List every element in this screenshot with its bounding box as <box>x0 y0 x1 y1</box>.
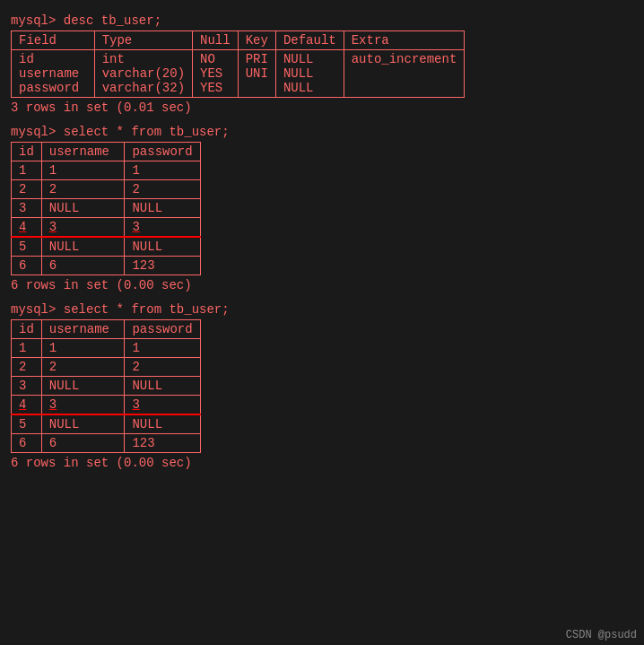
cell-username: NULL <box>41 199 125 218</box>
result1-header-id: id <box>12 143 42 161</box>
cell-password: 2 <box>125 180 200 199</box>
cell-id: 4 <box>12 395 42 414</box>
terminal: mysql> desc tb_user; Field Type Null Key… <box>7 7 637 480</box>
desc-header-key: Key <box>238 31 275 50</box>
cell-password: 3 <box>125 395 200 414</box>
table-row: 1 1 1 <box>12 338 201 357</box>
cell-username: 6 <box>41 433 125 452</box>
desc-table: Field Type Null Key Default Extra iduser… <box>11 31 465 98</box>
cell-username: 2 <box>41 180 125 199</box>
cell-username: 1 <box>41 338 125 357</box>
table-row: 3 NULL NULL <box>12 199 201 218</box>
result2-header-id: id <box>12 319 42 338</box>
select-prompt-2: mysql> select * from tb_user; <box>11 300 633 319</box>
table-row: 1 1 1 <box>12 161 201 180</box>
cell-id: 2 <box>12 357 42 376</box>
table-row: 6 6 123 <box>12 433 201 452</box>
cell-password: 3 <box>125 218 200 238</box>
table-row: 2 2 2 <box>12 180 201 199</box>
table-row: 2 2 2 <box>12 357 201 376</box>
watermark: CSDN @psudd <box>566 629 637 641</box>
cell-id: 1 <box>12 338 42 357</box>
result1-header-username: username <box>41 143 125 161</box>
result-table-2: id username password 1 1 1 2 2 2 3 NULL … <box>11 319 201 453</box>
table-row: 6 6 123 <box>12 257 201 275</box>
result2-header-username: username <box>41 319 125 338</box>
desc-result-info: 3 rows in set (0.01 sec) <box>11 98 633 118</box>
table-row: 3 NULL NULL <box>12 376 201 395</box>
cell-username: NULL <box>41 237 125 257</box>
cell-password: NULL <box>125 237 200 257</box>
desc-prompt: mysql> desc tb_user; <box>11 11 633 31</box>
result2-header-password: password <box>125 319 200 338</box>
select-section-1: mysql> select * from tb_user; id usernam… <box>11 122 633 296</box>
cell-password: 1 <box>125 338 200 357</box>
desc-header-field: Field <box>12 31 95 50</box>
cell-username: 3 <box>41 218 125 238</box>
desc-row-id-type: intvarchar(20)varchar(32) <box>94 50 192 98</box>
cell-id: 5 <box>12 237 42 257</box>
cell-password: NULL <box>125 199 200 218</box>
desc-row-id-default: NULLNULLNULL <box>275 50 344 98</box>
select-result-info-1: 6 rows in set (0.00 sec) <box>11 275 633 295</box>
result-table-1: id username password 1 1 1 2 2 2 3 NULL … <box>11 142 201 275</box>
desc-row-id-field: idusernamepassword <box>12 50 95 98</box>
cell-password: NULL <box>125 376 200 395</box>
cell-password: 123 <box>125 433 200 452</box>
table-row: 5 NULL NULL <box>12 414 201 434</box>
desc-row-id-null: NOYESYES <box>193 50 239 98</box>
cell-id: 6 <box>12 257 42 275</box>
result1-header-password: password <box>125 143 200 161</box>
cell-password: 123 <box>125 257 200 275</box>
select-section-2: mysql> select * from tb_user; id usernam… <box>11 300 633 474</box>
cell-id: 3 <box>12 199 42 218</box>
cell-username: 6 <box>41 257 125 275</box>
select-prompt-1: mysql> select * from tb_user; <box>11 122 633 142</box>
desc-header-type: Type <box>94 31 192 50</box>
cell-password: 1 <box>125 161 200 180</box>
cell-password: 2 <box>125 357 200 376</box>
select-result-info-2: 6 rows in set (0.00 sec) <box>11 453 633 473</box>
cell-id: 4 <box>12 218 42 238</box>
cell-id: 6 <box>12 433 42 452</box>
cell-id: 2 <box>12 180 42 199</box>
desc-section: mysql> desc tb_user; Field Type Null Key… <box>11 11 633 118</box>
cell-username: 2 <box>41 357 125 376</box>
table-row-highlighted: 4 3 3 <box>12 218 201 238</box>
desc-header-default: Default <box>275 31 344 50</box>
cell-id: 3 <box>12 376 42 395</box>
table-row-highlighted: 4 3 3 <box>12 395 201 414</box>
cell-username: 3 <box>41 395 125 414</box>
cell-id: 1 <box>12 161 42 180</box>
table-row: 5 NULL NULL <box>12 237 201 257</box>
cell-id: 5 <box>12 414 42 434</box>
cell-username: 1 <box>41 161 125 180</box>
desc-header-extra: Extra <box>344 31 465 50</box>
cell-username: NULL <box>41 414 125 434</box>
cell-password: NULL <box>125 414 200 434</box>
desc-header-null: Null <box>193 31 239 50</box>
desc-row-id-key: PRIUNI <box>238 50 275 98</box>
desc-row-id-extra: auto_increment <box>344 50 465 98</box>
cell-username: NULL <box>41 376 125 395</box>
